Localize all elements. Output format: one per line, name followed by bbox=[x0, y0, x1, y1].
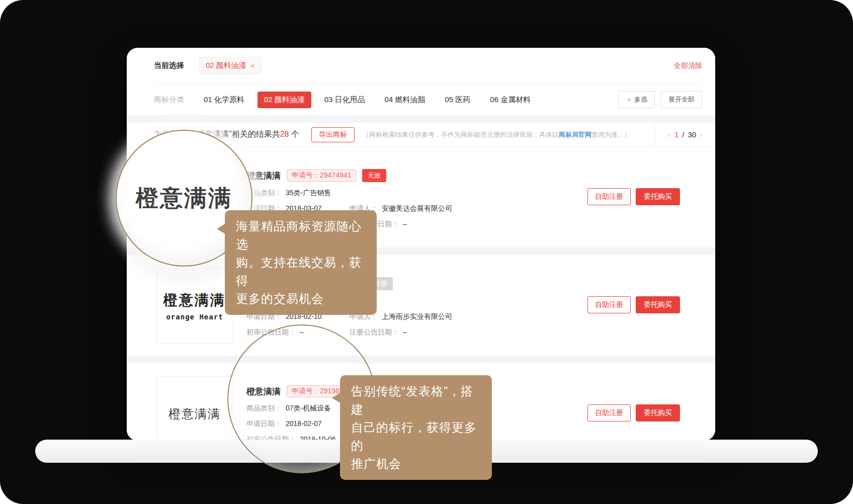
trademark-name[interactable]: 橙意满满 bbox=[246, 170, 281, 182]
category-actions: ＋多选 展开全部 bbox=[618, 91, 702, 108]
row-actions: 自助注册 委托购买 bbox=[587, 404, 680, 422]
expand-all-button[interactable]: 展开全部 bbox=[661, 91, 702, 108]
results-count: 28 bbox=[280, 130, 289, 138]
pagination-total: 30 bbox=[688, 130, 696, 139]
disclaimer-text: （商标检索结果仅供参考，不作为商标能否注册的法律依据；具体以商标局官网查询为准。… bbox=[363, 130, 631, 139]
clear-all-link[interactable]: 全部清除 bbox=[674, 61, 702, 70]
status-badge: 无效 bbox=[362, 169, 386, 182]
pagination: ‹ 1 / 30 › bbox=[655, 123, 715, 146]
trademark-office-link[interactable]: 商标局官网 bbox=[559, 131, 591, 138]
self-register-button[interactable]: 自助注册 bbox=[587, 188, 631, 205]
chevron-right-icon[interactable]: › bbox=[700, 130, 703, 140]
applicant-value: 安徽美达会展有限公司 bbox=[382, 204, 452, 213]
tooltip-promo-bubble: 告别传统“发表格”，搭建 自己的标行，获得更多的 推广机会 bbox=[340, 375, 492, 480]
application-number-label: 申请号： bbox=[292, 171, 320, 179]
category-field-value: 35类-广告销售 bbox=[286, 189, 331, 198]
reg-publish-value: – bbox=[403, 220, 407, 229]
tooltip-trade-bubble: 海量精品商标资源随心选 购。支持在线交易，获得 更多的交易机会 bbox=[225, 210, 377, 315]
application-number-value: 29474941 bbox=[320, 171, 351, 179]
trademark-image-text: 橙意满满 bbox=[163, 291, 226, 310]
screenshot-stage: 当前选择 02 颜料油漆 × 全部清除 商标分类 01 化学原料 02 颜料油漆… bbox=[0, 0, 853, 504]
category-item-02-selected[interactable]: 02 颜料油漆 bbox=[258, 92, 311, 108]
filter-section: 当前选择 02 颜料油漆 × 全部清除 商标分类 01 化学原料 02 颜料油漆… bbox=[127, 48, 715, 115]
current-selection-label: 当前选择 bbox=[154, 61, 184, 70]
close-icon[interactable]: × bbox=[250, 61, 255, 70]
trademark-image[interactable]: 橙意满满 orange Heart bbox=[157, 268, 232, 344]
self-register-button[interactable]: 自助注册 bbox=[587, 296, 631, 313]
pagination-separator: / bbox=[682, 130, 684, 139]
selected-filter-tag-text: 02 颜料油漆 bbox=[206, 61, 246, 70]
multi-select-button[interactable]: ＋多选 bbox=[618, 91, 655, 108]
category-item-03[interactable]: 03 日化用品 bbox=[318, 92, 372, 108]
self-register-button[interactable]: 自助注册 bbox=[587, 404, 631, 422]
category-bar: 商标分类 01 化学原料 02 颜料油漆 03 日化用品 04 燃料油脂 05 … bbox=[154, 84, 702, 115]
application-number-tag: 申请号：29474941 bbox=[287, 170, 356, 182]
selected-filter-tag[interactable]: 02 颜料油漆 × bbox=[199, 57, 262, 74]
pagination-current: 1 bbox=[674, 130, 678, 139]
table-row: 橙意满满 orange Heart 橙意满满 申请号：29482153 已注册 … bbox=[127, 255, 715, 356]
disclaimer-suffix: 查询为准。） bbox=[591, 131, 631, 138]
chevron-left-icon[interactable]: ‹ bbox=[668, 130, 671, 140]
row-actions: 自助注册 委托购买 bbox=[587, 188, 680, 205]
multi-select-label: 多选 bbox=[634, 96, 647, 103]
reg-publish-value: – bbox=[403, 328, 407, 337]
export-trademark-button[interactable]: 导出商标 bbox=[311, 127, 355, 142]
category-item-05[interactable]: 05 医药 bbox=[438, 92, 477, 108]
summary-suffix: 个 bbox=[289, 130, 299, 138]
entrust-purchase-button[interactable]: 委托购买 bbox=[636, 404, 680, 422]
trademark-image-text: 橙意满满 bbox=[168, 406, 221, 422]
results-header-left: 为您检索到“橙意满满”相关的结果共28 个 导出商标 （商标检索结果仅供参考，不… bbox=[154, 123, 655, 146]
category-item-04[interactable]: 04 燃料油脂 bbox=[378, 92, 432, 108]
category-bar-label: 商标分类 bbox=[154, 95, 184, 105]
trademark-image-subtext: orange Heart bbox=[166, 313, 223, 321]
trademark-image[interactable]: 橙意满满 bbox=[157, 376, 232, 441]
row-divider bbox=[127, 356, 715, 363]
plus-icon: ＋ bbox=[626, 96, 632, 103]
disclaimer-prefix: （商标检索结果仅供参考，不作为商标能否注册的法律依据；具体以 bbox=[363, 131, 559, 138]
entrust-purchase-button[interactable]: 委托购买 bbox=[636, 296, 680, 313]
category-item-01[interactable]: 01 化学原料 bbox=[197, 92, 251, 108]
applicant-value: 上海雨步实业有限公司 bbox=[382, 312, 452, 321]
row-actions: 自助注册 委托购买 bbox=[587, 296, 680, 313]
category-item-06[interactable]: 06 金属材料 bbox=[483, 92, 537, 108]
reg-publish-label: 注册公告日期： bbox=[350, 328, 399, 337]
magnified-trademark-text: 橙意满满 bbox=[136, 183, 232, 213]
current-selection-bar: 当前选择 02 颜料油漆 × 全部清除 bbox=[154, 48, 702, 84]
entrust-purchase-button[interactable]: 委托购买 bbox=[636, 188, 680, 205]
